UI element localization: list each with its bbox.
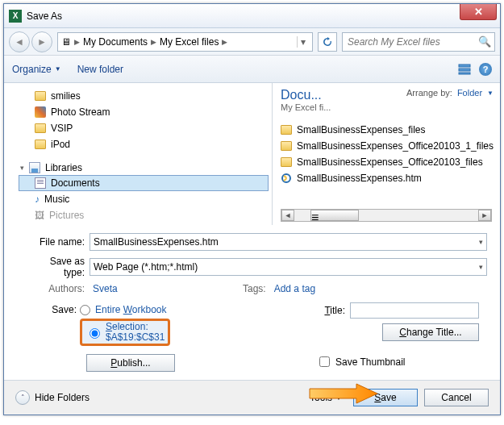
savetype-select[interactable]: Web Page (*.htm;*.html)▾ [90, 258, 487, 276]
search-input[interactable] [346, 35, 478, 48]
pictures-icon: 🖼 [35, 210, 44, 221]
save-label: Save: [44, 304, 77, 315]
titlebar: X Save As ✕ [4, 4, 500, 28]
folder-icon [35, 140, 46, 149]
file-item[interactable]: SmallBusinessExpenses_Office20103_files [281, 154, 494, 170]
computer-icon: 🖥 [61, 36, 71, 48]
folder-icon [35, 91, 46, 101]
location-sub: My Excel fi... [281, 102, 331, 112]
entire-workbook-label: Entire Workbook [95, 304, 167, 315]
file-item[interactable]: SmallBusinessExpenses_Office20103_1_file… [281, 138, 494, 154]
save-thumbnail-checkbox[interactable] [319, 356, 330, 367]
selection-range: $A$19:$C$31 [106, 331, 165, 343]
authors-label: Authors: [28, 283, 90, 294]
close-button[interactable]: ✕ [460, 4, 497, 20]
tree-item[interactable]: VSIP [19, 120, 269, 136]
toolbar: Organize ▼ New folder ? [4, 56, 500, 83]
html-file-icon [281, 173, 292, 184]
selection-label: Selection: [106, 321, 148, 332]
lib-music[interactable]: ♪Music [19, 191, 269, 207]
arrange-by[interactable]: Arrange by: Folder ▼ [406, 88, 494, 98]
footer: ˄ Hide Folders Tools ▼ Save Cancel [4, 380, 500, 415]
tree-item[interactable]: iPod [19, 136, 269, 152]
folder-icon [281, 157, 292, 167]
window-title: Save As [27, 10, 62, 22]
tags-value[interactable]: Add a tag [274, 283, 315, 294]
file-item[interactable]: SmallBusinessExpenses_files [281, 122, 494, 138]
title-input[interactable] [350, 302, 479, 319]
selection-highlight: Selection: $A$19:$C$31 [80, 319, 170, 346]
authors-value[interactable]: Sveta [93, 283, 118, 294]
tools-menu[interactable]: Tools ▼ [310, 392, 342, 403]
expand-icon: ▾ [20, 164, 24, 172]
svg-rect-0 [459, 65, 470, 67]
scroll-left[interactable]: ◄ [281, 210, 294, 221]
crumb-2[interactable]: My Excel files [160, 36, 219, 48]
breadcrumb[interactable]: 🖥 ▶ My Documents ▶ My Excel files ▶ ▾ [57, 32, 313, 52]
scroll-thumb[interactable]: ≡ [310, 210, 359, 221]
scroll-right[interactable]: ► [478, 210, 491, 221]
lib-documents[interactable]: Documents [19, 175, 269, 191]
help-icon[interactable]: ? [479, 63, 492, 76]
location-title: Docu... [281, 88, 331, 102]
lib-pictures[interactable]: 🖼Pictures [19, 207, 269, 223]
refresh-button[interactable] [318, 32, 337, 52]
tree-item[interactable]: Photo Stream [19, 104, 269, 120]
form-area: File name: SmallBusinessExpenses.htm▾ Sa… [4, 225, 500, 380]
save-button[interactable]: Save [353, 389, 418, 406]
title-label: Title: [316, 305, 345, 316]
tree-item[interactable]: smilies [19, 88, 269, 104]
documents-icon [35, 177, 46, 189]
chevron-up-icon: ˄ [15, 390, 30, 405]
publish-button[interactable]: Publish... [86, 354, 175, 372]
folder-icon [281, 125, 292, 135]
change-title-button[interactable]: Change Title... [382, 323, 479, 341]
filename-label: File name: [28, 236, 90, 248]
new-folder-button[interactable]: New folder [77, 64, 123, 75]
excel-icon: X [9, 10, 22, 23]
save-thumbnail-label: Save Thumbnail [335, 356, 406, 368]
folder-icon [281, 141, 292, 151]
back-button[interactable]: ◄ [9, 31, 30, 52]
folder-icon [35, 123, 46, 133]
music-icon: ♪ [35, 194, 40, 205]
libraries-icon [29, 162, 40, 173]
nav-row: ◄ ► 🖥 ▶ My Documents ▶ My Excel files ▶ … [4, 28, 500, 56]
radio-selection[interactable] [90, 328, 100, 339]
save-as-dialog: X Save As ✕ ◄ ► 🖥 ▶ My Documents ▶ My Ex… [3, 3, 501, 415]
libraries-header[interactable]: ▾ Libraries [19, 162, 269, 173]
tags-label: Tags: [239, 283, 271, 294]
filename-input[interactable]: SmallBusinessExpenses.htm▾ [90, 233, 487, 251]
h-scrollbar[interactable]: ◄ ≡ ► [281, 209, 492, 222]
crumb-1[interactable]: My Documents [83, 36, 148, 48]
file-list-pane: Docu... My Excel fi... Arrange by: Folde… [272, 83, 500, 225]
file-item[interactable]: SmallBusinessExpenses.htm [281, 170, 494, 186]
organize-menu[interactable]: Organize ▼ [12, 64, 61, 75]
cancel-button[interactable]: Cancel [424, 389, 489, 406]
view-icon[interactable] [458, 63, 471, 76]
svg-rect-1 [459, 69, 470, 71]
svg-rect-2 [459, 73, 470, 74]
hide-folders-button[interactable]: ˄ Hide Folders [15, 390, 90, 405]
search-icon: 🔍 [478, 35, 491, 48]
search-box[interactable]: 🔍 [342, 32, 495, 52]
folder-tree: smilies Photo Stream VSIP iPod ▾ Librari… [4, 83, 272, 225]
savetype-label: Save as type: [28, 256, 90, 278]
photo-icon [35, 106, 46, 118]
radio-entire-workbook[interactable] [80, 305, 90, 315]
forward-button[interactable]: ► [31, 31, 52, 52]
